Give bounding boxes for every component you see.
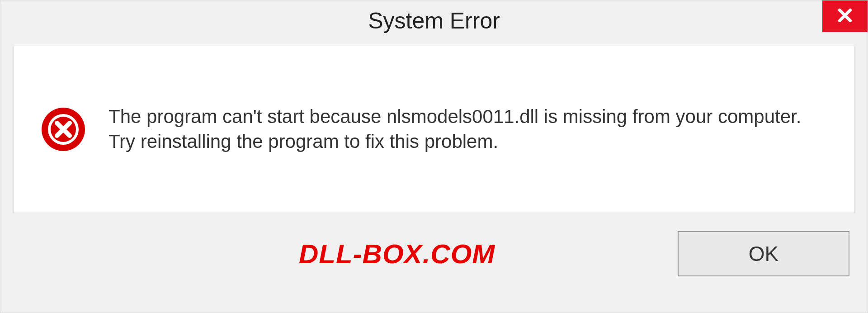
dialog-content: The program can't start because nlsmodel… — [13, 46, 855, 213]
error-message: The program can't start because nlsmodel… — [108, 104, 827, 154]
ok-button-label: OK — [749, 242, 778, 266]
error-icon — [41, 107, 86, 152]
ok-button[interactable]: OK — [678, 231, 849, 276]
watermark-text: DLL-BOX.COM — [299, 238, 495, 270]
close-icon — [836, 6, 854, 26]
titlebar: System Error — [0, 0, 868, 41]
dialog-footer: DLL-BOX.COM OK — [0, 213, 868, 276]
dialog-title: System Error — [368, 8, 500, 34]
close-button[interactable] — [822, 0, 868, 32]
